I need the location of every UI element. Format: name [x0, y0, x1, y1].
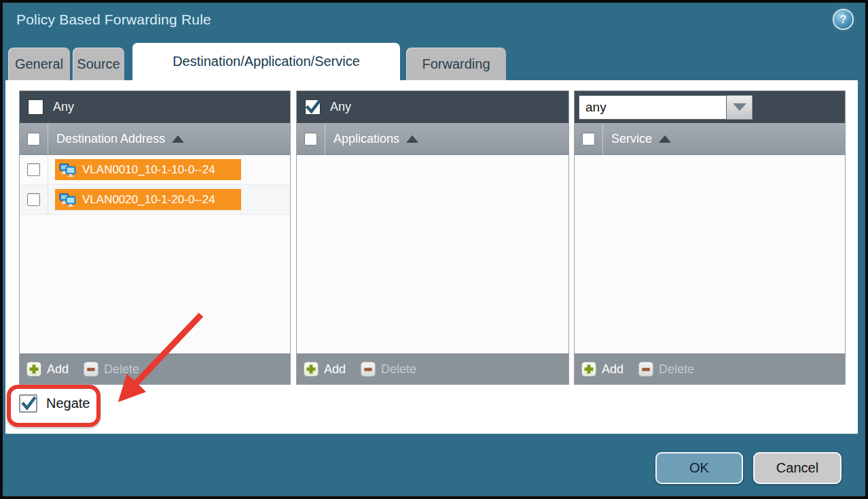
- tab-general-label: General: [15, 56, 63, 72]
- delete-minus-icon: [638, 362, 653, 377]
- add-button[interactable]: Add: [304, 362, 346, 377]
- service-toolbar: Add Delete: [575, 354, 845, 384]
- ok-button[interactable]: OK: [655, 452, 743, 484]
- delete-minus-icon: [361, 362, 376, 377]
- negate-checkbox[interactable]: [19, 394, 37, 413]
- address-object-label: VLAN0010_10-1-10-0--24: [82, 163, 215, 177]
- service-dropdown[interactable]: any: [579, 95, 753, 120]
- tab-forwarding[interactable]: Forwarding: [406, 48, 506, 80]
- address-object-label: VLAN0020_10-1-20-0--24: [82, 193, 215, 207]
- sort-ascending-icon: [659, 135, 671, 143]
- applications-any-bar: Any: [297, 91, 568, 123]
- applications-column-label: Applications: [333, 132, 399, 146]
- dropdown-button[interactable]: [727, 95, 753, 120]
- delete-minus-icon: [84, 362, 98, 377]
- service-panel: any Service: [574, 90, 846, 385]
- destination-column-label: Destination Address: [56, 132, 165, 146]
- destination-list: VLAN0010_10-1-10-0--24: [20, 155, 290, 354]
- tab-content-area: Any Destination Address: [5, 80, 858, 434]
- applications-column-header[interactable]: Applications: [297, 123, 568, 155]
- row-checkbox[interactable]: [27, 193, 40, 206]
- table-row[interactable]: VLAN0010_10-1-10-0--24: [20, 155, 290, 185]
- add-plus-icon: [581, 362, 596, 377]
- delete-button-label: Delete: [659, 362, 694, 377]
- delete-button-label: Delete: [104, 362, 139, 377]
- service-dropdown-value: any: [579, 95, 727, 120]
- delete-button[interactable]: Delete: [84, 362, 139, 377]
- network-address-icon: [59, 162, 77, 177]
- delete-button-label: Delete: [381, 362, 416, 377]
- destination-any-label: Any: [53, 100, 74, 114]
- help-glyph: ?: [840, 14, 847, 26]
- delete-button[interactable]: Delete: [361, 362, 416, 377]
- add-button-label: Add: [602, 362, 623, 377]
- negate-row: Negate: [19, 394, 90, 413]
- sort-ascending-icon: [172, 135, 184, 143]
- add-button-label: Add: [47, 362, 69, 377]
- tab-source[interactable]: Source: [73, 48, 124, 80]
- applications-any-label: Any: [330, 100, 351, 114]
- dialog-title: Policy Based Forwarding Rule: [16, 12, 211, 28]
- tab-source-label: Source: [77, 56, 120, 72]
- cancel-button[interactable]: Cancel: [753, 452, 842, 484]
- tab-general[interactable]: General: [8, 48, 70, 80]
- chevron-down-icon: [733, 103, 746, 111]
- checkmark-icon: [20, 395, 36, 413]
- pbf-rule-dialog: Policy Based Forwarding Rule ? General S…: [0, 0, 868, 499]
- add-button-label: Add: [324, 362, 346, 377]
- add-plus-icon: [304, 362, 319, 377]
- service-list: [575, 155, 845, 354]
- tab-destination-application-service[interactable]: Destination/Application/Service: [132, 43, 400, 80]
- destination-toolbar: Add Delete: [20, 354, 290, 384]
- tab-forwarding-label: Forwarding: [422, 56, 490, 72]
- help-icon[interactable]: ?: [834, 10, 852, 29]
- delete-button[interactable]: Delete: [638, 362, 694, 377]
- table-row[interactable]: VLAN0020_10-1-20-0--24: [20, 185, 290, 215]
- service-select-all-checkbox[interactable]: [582, 133, 595, 145]
- applications-panel: Any Applications Add: [296, 90, 569, 385]
- destination-column-header[interactable]: Destination Address: [20, 123, 290, 155]
- service-any-bar: any: [575, 91, 845, 123]
- add-button[interactable]: Add: [581, 362, 623, 377]
- destination-any-bar: Any: [20, 91, 290, 123]
- address-object-tag[interactable]: VLAN0010_10-1-10-0--24: [55, 159, 241, 180]
- applications-toolbar: Add Delete: [297, 354, 568, 384]
- add-button[interactable]: Add: [26, 362, 69, 377]
- destination-panel: Any Destination Address: [19, 90, 291, 385]
- service-column-header[interactable]: Service: [575, 123, 845, 155]
- applications-select-all-checkbox[interactable]: [304, 133, 317, 145]
- service-column-label: Service: [611, 132, 652, 146]
- network-address-icon: [59, 192, 77, 207]
- sort-ascending-icon: [406, 135, 418, 143]
- destination-any-checkbox[interactable]: [28, 99, 43, 115]
- applications-any-checkbox[interactable]: [305, 99, 321, 115]
- negate-label: Negate: [46, 396, 90, 411]
- tab-destination-label: Destination/Application/Service: [173, 54, 360, 69]
- applications-list: [297, 155, 568, 354]
- add-plus-icon: [26, 362, 41, 377]
- address-object-tag[interactable]: VLAN0020_10-1-20-0--24: [55, 189, 241, 210]
- checkmark-icon: [305, 99, 321, 116]
- destination-select-all-checkbox[interactable]: [27, 133, 40, 145]
- row-checkbox[interactable]: [27, 163, 40, 176]
